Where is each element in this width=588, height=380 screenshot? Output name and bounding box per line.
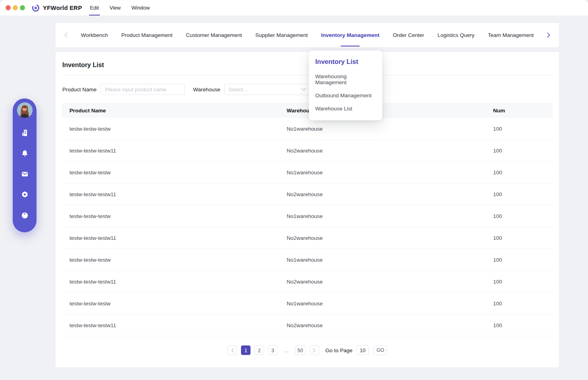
bell-icon[interactable]: [21, 149, 29, 158]
app-title: YFWorld ERP: [43, 4, 82, 11]
prev-page-button[interactable]: [227, 345, 237, 355]
product-cell: testw-testw-testw: [62, 301, 287, 307]
chevron-down-icon: [301, 88, 306, 91]
pagination-pages: 123...50: [227, 345, 319, 355]
table-header-row: Product Name Warehouse Num: [62, 103, 553, 118]
dropdown-item-outbound-management[interactable]: Outbound Management: [309, 89, 382, 102]
num-cell: 100: [493, 148, 553, 154]
col-header-product-name: Product Name: [62, 108, 287, 114]
next-page-button[interactable]: [310, 345, 319, 355]
product-cell: testw-testw-testw: [62, 170, 287, 176]
product-cell: testw-testw-testw: [62, 213, 287, 219]
window-titlebar: YFWorld ERP Edit View Window: [0, 0, 588, 15]
table-row: testw-testw-testwNo1warehouse100: [62, 162, 553, 183]
app-logo-icon: [31, 4, 40, 12]
num-cell: 100: [493, 191, 553, 197]
window-controls: [6, 5, 25, 10]
title-divider: [62, 75, 552, 75]
warehouse-select-value: Select...: [229, 87, 247, 93]
product-name-input[interactable]: [100, 84, 185, 95]
dropdown-item-warehouse-list[interactable]: Warehouse List: [309, 102, 382, 115]
tab-supplier-management[interactable]: Supplier Management: [255, 23, 308, 47]
product-cell: testw-testw-testw11: [62, 148, 287, 154]
table-row: testw-testw-testw11No2warehouse100: [62, 271, 553, 293]
tab-scroll-right-icon[interactable]: [547, 33, 550, 38]
page-button-3[interactable]: 3: [268, 345, 278, 355]
num-cell: 100: [493, 235, 553, 241]
product-cell: testw-testw-testw: [62, 257, 287, 263]
table-row: testw-testw-testw11No2warehouse100: [62, 227, 553, 249]
warehouse-select[interactable]: Select...: [224, 84, 310, 95]
table-row: testw-testw-testwNo1warehouse100: [62, 205, 553, 227]
warehouse-cell: No2warehouse: [287, 279, 493, 285]
filter-bar: Product Name Warehouse Select...: [62, 84, 552, 95]
page-button-50[interactable]: 50: [295, 345, 305, 355]
warehouse-cell: No2warehouse: [287, 191, 493, 197]
warehouse-cell: No2warehouse: [287, 322, 493, 328]
warehouse-label: Warehouse: [193, 87, 220, 93]
minimize-window-button[interactable]: [13, 5, 18, 10]
mail-icon[interactable]: [21, 170, 29, 178]
tab-product-management[interactable]: Product Management: [121, 23, 172, 47]
tab-order-center[interactable]: Order Center: [393, 23, 424, 47]
page-ellipsis[interactable]: ...: [281, 345, 291, 355]
table-row: testw-testw-testw11No2warehouse100: [62, 314, 553, 336]
tab-bar: WorkbenchProduct ManagementCustomer Mana…: [56, 23, 559, 47]
page-button-1[interactable]: 1: [241, 345, 251, 355]
floating-dock: [13, 98, 37, 232]
dock-icon-list: [21, 129, 29, 220]
user-avatar[interactable]: [17, 102, 33, 118]
tab-team-management[interactable]: Team Management: [488, 23, 534, 47]
col-header-num: Num: [493, 108, 553, 114]
product-cell: testw-testw-testw11: [62, 279, 287, 285]
go-button[interactable]: GO: [374, 345, 387, 355]
page-title: Inventory List: [62, 62, 552, 69]
product-cell: testw-testw-testw: [62, 126, 287, 132]
table-row: testw-testw-testwNo1warehouse100: [62, 249, 553, 271]
tab-workbench[interactable]: Workbench: [81, 23, 108, 47]
inventory-table: Product Name Warehouse Num testw-testw-t…: [62, 103, 553, 336]
office-building-icon[interactable]: [21, 129, 29, 137]
warehouse-cell: No2warehouse: [287, 235, 493, 241]
table-row: testw-testw-testwNo1warehouse100: [62, 118, 553, 140]
tab-customer-management[interactable]: Customer Management: [186, 23, 242, 47]
tab-logistics-query[interactable]: Logistics Query: [438, 23, 474, 47]
dropdown-item-warehousing-management[interactable]: Warehousing Management: [309, 70, 382, 89]
product-cell: testw-testw-testw11: [62, 322, 287, 328]
num-cell: 100: [493, 170, 553, 176]
goto-page-input[interactable]: [357, 345, 369, 355]
warehouse-cell: No1warehouse: [287, 170, 493, 176]
product-name-label: Product Name: [62, 87, 96, 93]
goto-page-label: Go to Page: [326, 347, 353, 353]
content-card: Inventory List Product Name Warehouse Se…: [56, 52, 559, 367]
menu-view[interactable]: View: [110, 0, 121, 15]
page-button-2[interactable]: 2: [254, 345, 264, 355]
power-icon[interactable]: [21, 211, 29, 220]
table-body: testw-testw-testwNo1warehouse100testw-te…: [62, 118, 553, 336]
tab-inventory-management[interactable]: Inventory Management: [321, 23, 380, 47]
menu-window[interactable]: Window: [131, 0, 150, 15]
close-window-button[interactable]: [6, 5, 11, 10]
tab-scroll-left-icon[interactable]: [64, 33, 67, 38]
num-cell: 100: [493, 126, 553, 132]
table-row: testw-testw-testw11No2warehouse100: [62, 183, 553, 205]
warehouse-cell: No1warehouse: [287, 301, 493, 307]
zoom-window-button[interactable]: [20, 5, 25, 10]
product-cell: testw-testw-testw11: [62, 191, 287, 197]
product-cell: testw-testw-testw11: [62, 235, 287, 241]
app-window: YFWorld ERP Edit View Window WorkbenchPr…: [0, 0, 588, 380]
app-brand: YFWorld ERP: [31, 4, 82, 12]
menu-edit[interactable]: Edit: [90, 0, 99, 15]
warehouse-cell: No1warehouse: [287, 257, 493, 263]
menubar: Edit View Window: [90, 0, 150, 15]
table-row: testw-testw-testwNo1warehouse100: [62, 293, 553, 314]
warehouse-cell: No1warehouse: [287, 213, 493, 219]
num-cell: 100: [493, 279, 553, 285]
num-cell: 100: [493, 213, 553, 219]
warehouse-cell: No1warehouse: [287, 126, 493, 132]
inventory-dropdown: Inventory ListWarehousing ManagementOutb…: [309, 50, 382, 120]
dropdown-item-inventory-list[interactable]: Inventory List: [309, 55, 382, 70]
pagination: 123...50 Go to Page GO: [56, 345, 559, 355]
num-cell: 100: [493, 301, 553, 307]
gear-icon[interactable]: [21, 191, 29, 199]
